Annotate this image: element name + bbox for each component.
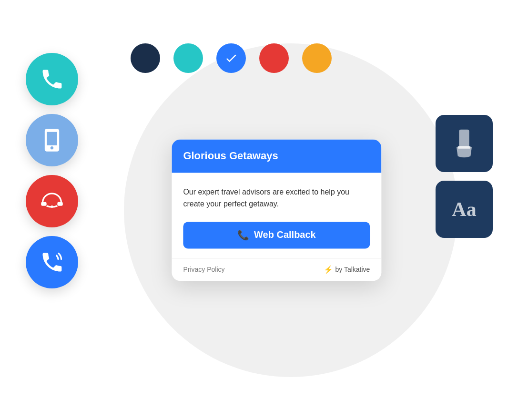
widget-title: Glorious Getaways — [183, 150, 370, 162]
callback-button-label: Web Callback — [254, 230, 316, 241]
widget-footer: Privacy Policy ⚡ by Talkative — [172, 258, 381, 281]
talkative-label: by Talkative — [335, 266, 370, 274]
paintbrush-icon-box — [436, 115, 493, 172]
typography-icon-box: Aa — [436, 181, 493, 238]
svg-rect-1 — [57, 202, 62, 205]
color-dot-red[interactable] — [259, 43, 289, 73]
color-dots-row — [131, 43, 332, 73]
phone-emoji-icon: 📞 — [237, 229, 249, 241]
color-dot-orange[interactable] — [302, 43, 332, 73]
left-icons-group — [26, 53, 78, 288]
privacy-policy-link[interactable]: Privacy Policy — [183, 266, 224, 274]
web-callback-button[interactable]: 📞 Web Callback — [183, 222, 370, 248]
svg-rect-3 — [459, 129, 469, 147]
lightning-icon: ⚡ — [324, 265, 333, 274]
color-dot-blue-check[interactable] — [216, 43, 246, 73]
phone-icon-mobile — [26, 114, 78, 166]
widget-header: Glorious Getaways — [172, 139, 381, 173]
color-dot-navy[interactable] — [131, 43, 160, 73]
svg-rect-0 — [41, 202, 46, 205]
phone-icon-teal — [26, 53, 78, 105]
widget-body: Our expert travel advisors are excited t… — [172, 173, 381, 258]
phone-icon-signal — [26, 236, 78, 288]
widget-description: Our expert travel advisors are excited t… — [183, 186, 370, 210]
color-dot-teal[interactable] — [173, 43, 203, 73]
by-talkative-badge: ⚡ by Talkative — [324, 265, 370, 274]
phone-icon-retro — [26, 175, 78, 227]
svg-rect-4 — [458, 146, 471, 148]
scene: Aa Glorious Getaways Our expert travel a… — [26, 15, 502, 406]
svg-point-2 — [51, 205, 53, 207]
right-icons-group: Aa — [436, 115, 493, 238]
widget-card: Glorious Getaways Our expert travel advi… — [172, 139, 381, 281]
